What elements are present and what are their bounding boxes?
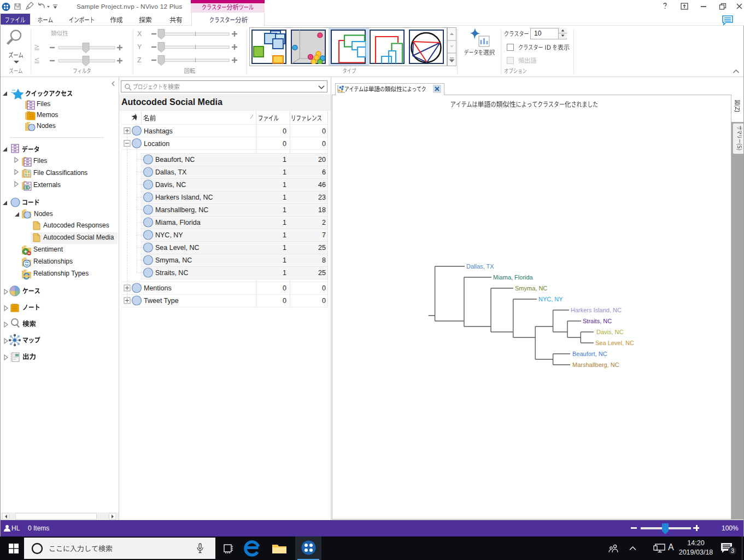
svg-text:2: 2 [322, 219, 326, 226]
svg-text:1: 1 [283, 244, 286, 252]
svg-text:Marshallberg, NC: Marshallberg, NC [155, 206, 208, 214]
svg-text:1: 1 [283, 231, 286, 239]
svg-text:Z: Z [137, 56, 142, 64]
svg-text:25: 25 [318, 244, 326, 252]
svg-text:0: 0 [283, 127, 286, 135]
svg-text:0: 0 [283, 297, 286, 305]
svg-text:Beaufort, NC: Beaufort, NC [155, 156, 195, 164]
svg-text:1: 1 [283, 181, 286, 189]
svg-text:0: 0 [283, 140, 286, 148]
svg-text:Dallas, TX: Dallas, TX [155, 168, 187, 176]
svg-text:0: 0 [283, 284, 286, 292]
svg-text:1: 1 [283, 256, 286, 264]
svg-text:0: 0 [322, 284, 326, 292]
svg-text:Straits, NC: Straits, NC [155, 269, 188, 277]
svg-text:Location: Location [144, 140, 169, 148]
svg-text:46: 46 [318, 181, 326, 189]
svg-text:Beaufort, NC: Beaufort, NC [572, 351, 607, 357]
svg-text:20: 20 [318, 156, 326, 164]
svg-text:1: 1 [283, 269, 286, 277]
svg-text:Sea Level, NC: Sea Level, NC [155, 244, 200, 252]
svg-text:Harkers Island, NC: Harkers Island, NC [571, 307, 622, 313]
svg-text:Y: Y [137, 43, 142, 51]
svg-text:X: X [137, 30, 142, 38]
svg-text:Straits, NC: Straits, NC [583, 318, 612, 324]
svg-text:1: 1 [283, 219, 286, 226]
svg-text:1: 1 [283, 168, 286, 176]
svg-text:Dallas, TX: Dallas, TX [466, 263, 494, 270]
svg-text:NYC, NY: NYC, NY [538, 296, 563, 302]
svg-text:Harkers Island, NC: Harkers Island, NC [155, 194, 213, 201]
svg-text:NYC, NY: NYC, NY [155, 231, 183, 239]
svg-text:Hashtags: Hashtags [144, 127, 173, 135]
svg-text:Miama, Florida: Miama, Florida [493, 274, 534, 281]
svg-text:Marshallberg, NC: Marshallberg, NC [572, 361, 619, 368]
svg-text:6: 6 [322, 168, 326, 176]
svg-text:Miama, Florida: Miama, Florida [155, 219, 201, 226]
svg-text:0: 0 [322, 140, 326, 148]
svg-text:Mentions: Mentions [144, 284, 172, 292]
svg-text:1: 1 [283, 156, 286, 164]
svg-text:Smyma, NC: Smyma, NC [515, 285, 547, 291]
svg-text:25: 25 [318, 269, 326, 277]
svg-text:8: 8 [322, 256, 326, 264]
svg-text:Davis, NC: Davis, NC [596, 329, 624, 335]
svg-text:Sea Level, NC: Sea Level, NC [595, 340, 634, 346]
svg-text:1: 1 [283, 194, 286, 201]
svg-text:7: 7 [322, 231, 326, 239]
svg-text:Smyma, NC: Smyma, NC [155, 256, 192, 264]
svg-text:1: 1 [283, 206, 286, 214]
svg-text:3: 3 [731, 547, 734, 554]
svg-text:23: 23 [318, 194, 326, 201]
svg-text:Davis, NC: Davis, NC [155, 181, 186, 189]
svg-text:0: 0 [322, 297, 326, 305]
svg-text:18: 18 [318, 206, 326, 214]
svg-text:Tweet Type: Tweet Type [144, 297, 179, 305]
svg-text:0: 0 [322, 127, 326, 135]
